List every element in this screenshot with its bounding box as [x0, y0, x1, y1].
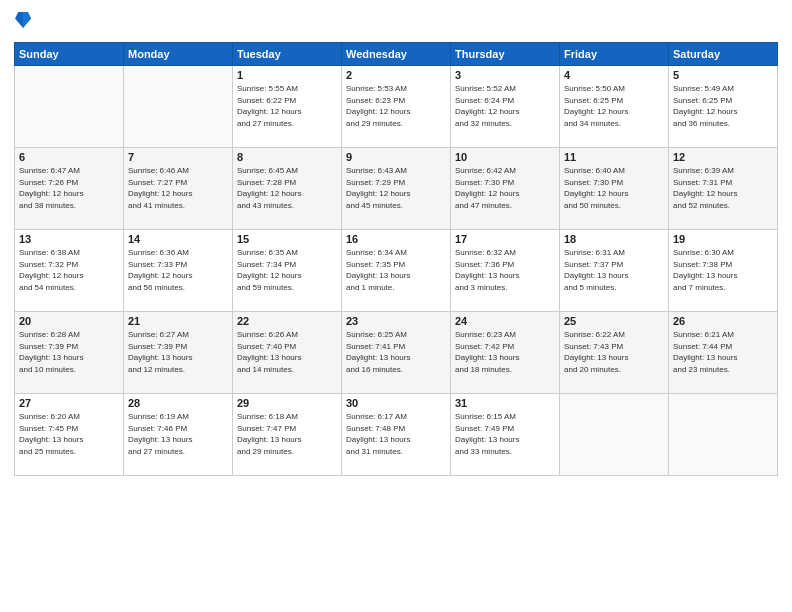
calendar-week-row: 27Sunrise: 6:20 AM Sunset: 7:45 PM Dayli…: [15, 394, 778, 476]
logo-icon: [15, 10, 31, 30]
day-number: 25: [564, 315, 664, 327]
day-number: 27: [19, 397, 119, 409]
day-number: 23: [346, 315, 446, 327]
calendar-cell: 30Sunrise: 6:17 AM Sunset: 7:48 PM Dayli…: [342, 394, 451, 476]
calendar-cell: 4Sunrise: 5:50 AM Sunset: 6:25 PM Daylig…: [560, 66, 669, 148]
day-info: Sunrise: 6:23 AM Sunset: 7:42 PM Dayligh…: [455, 329, 555, 375]
day-info: Sunrise: 6:18 AM Sunset: 7:47 PM Dayligh…: [237, 411, 337, 457]
weekday-header: Friday: [560, 43, 669, 66]
day-info: Sunrise: 6:26 AM Sunset: 7:40 PM Dayligh…: [237, 329, 337, 375]
header-row: SundayMondayTuesdayWednesdayThursdayFrid…: [15, 43, 778, 66]
calendar-week-row: 13Sunrise: 6:38 AM Sunset: 7:32 PM Dayli…: [15, 230, 778, 312]
day-number: 9: [346, 151, 446, 163]
day-number: 31: [455, 397, 555, 409]
day-info: Sunrise: 6:45 AM Sunset: 7:28 PM Dayligh…: [237, 165, 337, 211]
calendar-cell: 21Sunrise: 6:27 AM Sunset: 7:39 PM Dayli…: [124, 312, 233, 394]
weekday-header: Saturday: [669, 43, 778, 66]
calendar-week-row: 1Sunrise: 5:55 AM Sunset: 6:22 PM Daylig…: [15, 66, 778, 148]
day-info: Sunrise: 6:34 AM Sunset: 7:35 PM Dayligh…: [346, 247, 446, 293]
calendar-cell: 8Sunrise: 6:45 AM Sunset: 7:28 PM Daylig…: [233, 148, 342, 230]
day-number: 6: [19, 151, 119, 163]
day-number: 26: [673, 315, 773, 327]
calendar-cell: [124, 66, 233, 148]
day-number: 12: [673, 151, 773, 163]
calendar-table: SundayMondayTuesdayWednesdayThursdayFrid…: [14, 42, 778, 476]
day-info: Sunrise: 6:36 AM Sunset: 7:33 PM Dayligh…: [128, 247, 228, 293]
day-info: Sunrise: 6:40 AM Sunset: 7:30 PM Dayligh…: [564, 165, 664, 211]
day-info: Sunrise: 6:32 AM Sunset: 7:36 PM Dayligh…: [455, 247, 555, 293]
day-number: 24: [455, 315, 555, 327]
day-number: 2: [346, 69, 446, 81]
header: [14, 10, 778, 34]
calendar-week-row: 6Sunrise: 6:47 AM Sunset: 7:26 PM Daylig…: [15, 148, 778, 230]
day-info: Sunrise: 6:25 AM Sunset: 7:41 PM Dayligh…: [346, 329, 446, 375]
calendar-cell: 25Sunrise: 6:22 AM Sunset: 7:43 PM Dayli…: [560, 312, 669, 394]
day-number: 15: [237, 233, 337, 245]
weekday-header: Wednesday: [342, 43, 451, 66]
logo: [14, 10, 33, 34]
calendar-cell: 10Sunrise: 6:42 AM Sunset: 7:30 PM Dayli…: [451, 148, 560, 230]
day-number: 3: [455, 69, 555, 81]
calendar-cell: [560, 394, 669, 476]
day-number: 30: [346, 397, 446, 409]
calendar-cell: 16Sunrise: 6:34 AM Sunset: 7:35 PM Dayli…: [342, 230, 451, 312]
calendar-week-row: 20Sunrise: 6:28 AM Sunset: 7:39 PM Dayli…: [15, 312, 778, 394]
calendar-cell: [669, 394, 778, 476]
calendar-cell: 27Sunrise: 6:20 AM Sunset: 7:45 PM Dayli…: [15, 394, 124, 476]
calendar-cell: 9Sunrise: 6:43 AM Sunset: 7:29 PM Daylig…: [342, 148, 451, 230]
calendar-cell: 13Sunrise: 6:38 AM Sunset: 7:32 PM Dayli…: [15, 230, 124, 312]
page: SundayMondayTuesdayWednesdayThursdayFrid…: [0, 0, 792, 612]
day-number: 11: [564, 151, 664, 163]
day-info: Sunrise: 6:17 AM Sunset: 7:48 PM Dayligh…: [346, 411, 446, 457]
day-info: Sunrise: 6:35 AM Sunset: 7:34 PM Dayligh…: [237, 247, 337, 293]
calendar-cell: 22Sunrise: 6:26 AM Sunset: 7:40 PM Dayli…: [233, 312, 342, 394]
day-info: Sunrise: 5:53 AM Sunset: 6:23 PM Dayligh…: [346, 83, 446, 129]
calendar-cell: 6Sunrise: 6:47 AM Sunset: 7:26 PM Daylig…: [15, 148, 124, 230]
calendar-cell: 19Sunrise: 6:30 AM Sunset: 7:38 PM Dayli…: [669, 230, 778, 312]
day-info: Sunrise: 6:15 AM Sunset: 7:49 PM Dayligh…: [455, 411, 555, 457]
day-number: 18: [564, 233, 664, 245]
calendar-cell: [15, 66, 124, 148]
calendar-cell: 3Sunrise: 5:52 AM Sunset: 6:24 PM Daylig…: [451, 66, 560, 148]
day-info: Sunrise: 6:46 AM Sunset: 7:27 PM Dayligh…: [128, 165, 228, 211]
day-info: Sunrise: 6:38 AM Sunset: 7:32 PM Dayligh…: [19, 247, 119, 293]
calendar-cell: 29Sunrise: 6:18 AM Sunset: 7:47 PM Dayli…: [233, 394, 342, 476]
day-number: 20: [19, 315, 119, 327]
day-info: Sunrise: 6:43 AM Sunset: 7:29 PM Dayligh…: [346, 165, 446, 211]
day-number: 28: [128, 397, 228, 409]
day-number: 17: [455, 233, 555, 245]
day-number: 21: [128, 315, 228, 327]
day-number: 14: [128, 233, 228, 245]
weekday-header: Monday: [124, 43, 233, 66]
day-info: Sunrise: 5:55 AM Sunset: 6:22 PM Dayligh…: [237, 83, 337, 129]
day-number: 7: [128, 151, 228, 163]
calendar-cell: 2Sunrise: 5:53 AM Sunset: 6:23 PM Daylig…: [342, 66, 451, 148]
calendar-cell: 1Sunrise: 5:55 AM Sunset: 6:22 PM Daylig…: [233, 66, 342, 148]
day-info: Sunrise: 6:31 AM Sunset: 7:37 PM Dayligh…: [564, 247, 664, 293]
weekday-header: Tuesday: [233, 43, 342, 66]
calendar-cell: 28Sunrise: 6:19 AM Sunset: 7:46 PM Dayli…: [124, 394, 233, 476]
weekday-header: Sunday: [15, 43, 124, 66]
day-info: Sunrise: 5:52 AM Sunset: 6:24 PM Dayligh…: [455, 83, 555, 129]
calendar-cell: 17Sunrise: 6:32 AM Sunset: 7:36 PM Dayli…: [451, 230, 560, 312]
calendar-cell: 23Sunrise: 6:25 AM Sunset: 7:41 PM Dayli…: [342, 312, 451, 394]
day-info: Sunrise: 6:42 AM Sunset: 7:30 PM Dayligh…: [455, 165, 555, 211]
day-number: 10: [455, 151, 555, 163]
day-info: Sunrise: 6:47 AM Sunset: 7:26 PM Dayligh…: [19, 165, 119, 211]
weekday-header: Thursday: [451, 43, 560, 66]
day-info: Sunrise: 6:28 AM Sunset: 7:39 PM Dayligh…: [19, 329, 119, 375]
day-info: Sunrise: 6:39 AM Sunset: 7:31 PM Dayligh…: [673, 165, 773, 211]
day-number: 16: [346, 233, 446, 245]
day-info: Sunrise: 6:27 AM Sunset: 7:39 PM Dayligh…: [128, 329, 228, 375]
day-info: Sunrise: 6:20 AM Sunset: 7:45 PM Dayligh…: [19, 411, 119, 457]
day-info: Sunrise: 6:19 AM Sunset: 7:46 PM Dayligh…: [128, 411, 228, 457]
day-number: 8: [237, 151, 337, 163]
calendar-cell: 20Sunrise: 6:28 AM Sunset: 7:39 PM Dayli…: [15, 312, 124, 394]
day-number: 29: [237, 397, 337, 409]
day-number: 22: [237, 315, 337, 327]
calendar-cell: 7Sunrise: 6:46 AM Sunset: 7:27 PM Daylig…: [124, 148, 233, 230]
calendar-cell: 31Sunrise: 6:15 AM Sunset: 7:49 PM Dayli…: [451, 394, 560, 476]
calendar-cell: 15Sunrise: 6:35 AM Sunset: 7:34 PM Dayli…: [233, 230, 342, 312]
day-info: Sunrise: 6:22 AM Sunset: 7:43 PM Dayligh…: [564, 329, 664, 375]
calendar-cell: 26Sunrise: 6:21 AM Sunset: 7:44 PM Dayli…: [669, 312, 778, 394]
